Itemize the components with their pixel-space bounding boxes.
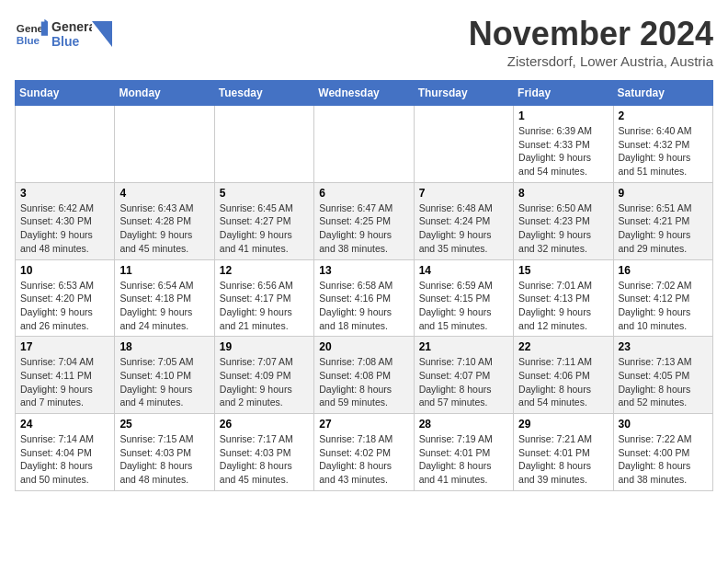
day-info: Sunrise: 7:15 AM Sunset: 4:03 PM Dayligh… — [119, 432, 209, 487]
calendar-cell: 12Sunrise: 6:56 AM Sunset: 4:17 PM Dayli… — [214, 259, 313, 337]
day-info: Sunrise: 6:43 AM Sunset: 4:28 PM Dayligh… — [119, 201, 209, 256]
day-number: 6 — [319, 187, 408, 200]
calendar-cell: 14Sunrise: 6:59 AM Sunset: 4:15 PM Dayli… — [414, 259, 513, 337]
logo-arrow-icon — [92, 21, 112, 47]
svg-text:General: General — [51, 19, 92, 34]
calendar-cell: 15Sunrise: 7:01 AM Sunset: 4:13 PM Dayli… — [514, 259, 613, 337]
day-number: 28 — [419, 418, 508, 431]
day-number: 10 — [20, 264, 109, 277]
calendar-cell: 29Sunrise: 7:21 AM Sunset: 4:01 PM Dayli… — [514, 414, 613, 491]
weekday-header-row: SundayMondayTuesdayWednesdayThursdayFrid… — [16, 81, 713, 106]
weekday-header-thursday: Thursday — [414, 81, 513, 106]
weekday-header-friday: Friday — [514, 81, 613, 106]
day-info: Sunrise: 6:40 AM Sunset: 4:32 PM Dayligh… — [619, 124, 708, 178]
day-number: 4 — [119, 187, 209, 200]
day-number: 22 — [518, 340, 608, 353]
logo: General Blue General Blue — [15, 15, 112, 53]
calendar-cell: 20Sunrise: 7:08 AM Sunset: 4:08 PM Dayli… — [314, 337, 414, 414]
calendar-week-row: 1Sunrise: 6:39 AM Sunset: 4:33 PM Daylig… — [16, 106, 713, 183]
calendar-cell: 3Sunrise: 6:42 AM Sunset: 4:30 PM Daylig… — [16, 182, 115, 259]
day-number: 19 — [220, 340, 309, 353]
day-info: Sunrise: 6:58 AM Sunset: 4:16 PM Dayligh… — [319, 279, 408, 333]
day-number: 7 — [419, 187, 508, 200]
day-info: Sunrise: 7:13 AM Sunset: 4:05 PM Dayligh… — [619, 355, 708, 409]
calendar-cell: 16Sunrise: 7:02 AM Sunset: 4:12 PM Dayli… — [613, 259, 712, 337]
day-number: 12 — [220, 264, 309, 277]
day-info: Sunrise: 6:42 AM Sunset: 4:30 PM Dayligh… — [20, 201, 109, 256]
calendar-cell: 2Sunrise: 6:40 AM Sunset: 4:32 PM Daylig… — [613, 106, 712, 183]
svg-text:Blue: Blue — [51, 34, 80, 49]
calendar-table: SundayMondayTuesdayWednesdayThursdayFrid… — [15, 80, 713, 491]
calendar-week-row: 3Sunrise: 6:42 AM Sunset: 4:30 PM Daylig… — [16, 182, 713, 259]
calendar-cell: 11Sunrise: 6:54 AM Sunset: 4:18 PM Dayli… — [115, 259, 214, 337]
day-info: Sunrise: 7:17 AM Sunset: 4:03 PM Dayligh… — [220, 432, 309, 487]
day-number: 23 — [619, 340, 708, 353]
calendar-cell — [16, 106, 115, 183]
calendar-cell: 26Sunrise: 7:17 AM Sunset: 4:03 PM Dayli… — [214, 414, 313, 491]
calendar-cell: 10Sunrise: 6:53 AM Sunset: 4:20 PM Dayli… — [16, 259, 115, 337]
calendar-cell: 24Sunrise: 7:14 AM Sunset: 4:04 PM Dayli… — [16, 414, 115, 491]
day-info: Sunrise: 6:50 AM Sunset: 4:23 PM Dayligh… — [518, 201, 608, 256]
day-info: Sunrise: 7:02 AM Sunset: 4:12 PM Dayligh… — [619, 279, 708, 333]
calendar-cell: 6Sunrise: 6:47 AM Sunset: 4:25 PM Daylig… — [314, 182, 414, 259]
day-info: Sunrise: 7:22 AM Sunset: 4:00 PM Dayligh… — [619, 432, 708, 487]
calendar-cell — [214, 106, 313, 183]
day-info: Sunrise: 7:11 AM Sunset: 4:06 PM Dayligh… — [518, 355, 608, 409]
day-info: Sunrise: 7:04 AM Sunset: 4:11 PM Dayligh… — [20, 355, 109, 409]
day-info: Sunrise: 6:45 AM Sunset: 4:27 PM Dayligh… — [220, 201, 309, 256]
calendar-cell: 28Sunrise: 7:19 AM Sunset: 4:01 PM Dayli… — [414, 414, 513, 491]
day-number: 13 — [319, 264, 408, 277]
calendar-cell — [115, 106, 214, 183]
calendar-cell: 17Sunrise: 7:04 AM Sunset: 4:11 PM Dayli… — [16, 337, 115, 414]
title-section: November 2024 Zistersdorf, Lower Austria… — [469, 15, 713, 69]
svg-text:Blue: Blue — [17, 34, 40, 46]
day-number: 1 — [518, 109, 608, 122]
day-number: 11 — [119, 264, 209, 277]
day-number: 9 — [619, 187, 708, 200]
calendar-cell: 21Sunrise: 7:10 AM Sunset: 4:07 PM Dayli… — [414, 337, 513, 414]
day-info: Sunrise: 6:59 AM Sunset: 4:15 PM Dayligh… — [419, 279, 508, 333]
day-info: Sunrise: 7:21 AM Sunset: 4:01 PM Dayligh… — [518, 432, 608, 487]
weekday-header-tuesday: Tuesday — [214, 81, 313, 106]
day-info: Sunrise: 6:39 AM Sunset: 4:33 PM Dayligh… — [518, 124, 608, 178]
weekday-header-monday: Monday — [115, 81, 214, 106]
weekday-header-wednesday: Wednesday — [314, 81, 414, 106]
calendar-cell: 30Sunrise: 7:22 AM Sunset: 4:00 PM Dayli… — [613, 414, 712, 491]
calendar-week-row: 10Sunrise: 6:53 AM Sunset: 4:20 PM Dayli… — [16, 259, 713, 337]
day-info: Sunrise: 7:07 AM Sunset: 4:09 PM Dayligh… — [220, 355, 309, 409]
day-info: Sunrise: 7:18 AM Sunset: 4:02 PM Dayligh… — [319, 432, 408, 487]
calendar-cell: 23Sunrise: 7:13 AM Sunset: 4:05 PM Dayli… — [613, 337, 712, 414]
calendar-cell: 22Sunrise: 7:11 AM Sunset: 4:06 PM Dayli… — [514, 337, 613, 414]
svg-marker-6 — [92, 21, 112, 47]
day-number: 8 — [518, 187, 608, 200]
calendar-week-row: 24Sunrise: 7:14 AM Sunset: 4:04 PM Dayli… — [16, 414, 713, 491]
day-number: 27 — [319, 418, 408, 431]
day-number: 20 — [319, 340, 408, 353]
calendar-cell: 5Sunrise: 6:45 AM Sunset: 4:27 PM Daylig… — [214, 182, 313, 259]
day-info: Sunrise: 6:47 AM Sunset: 4:25 PM Dayligh… — [319, 201, 408, 256]
day-number: 30 — [619, 418, 708, 431]
day-number: 17 — [20, 340, 109, 353]
day-info: Sunrise: 6:53 AM Sunset: 4:20 PM Dayligh… — [20, 279, 109, 333]
day-info: Sunrise: 7:19 AM Sunset: 4:01 PM Dayligh… — [419, 432, 508, 487]
day-info: Sunrise: 7:10 AM Sunset: 4:07 PM Dayligh… — [419, 355, 508, 409]
day-number: 24 — [20, 418, 109, 431]
day-number: 3 — [20, 187, 109, 200]
day-info: Sunrise: 7:01 AM Sunset: 4:13 PM Dayligh… — [518, 279, 608, 333]
calendar-cell: 8Sunrise: 6:50 AM Sunset: 4:23 PM Daylig… — [514, 182, 613, 259]
day-number: 14 — [419, 264, 508, 277]
calendar-cell: 19Sunrise: 7:07 AM Sunset: 4:09 PM Dayli… — [214, 337, 313, 414]
day-info: Sunrise: 6:51 AM Sunset: 4:21 PM Dayligh… — [619, 201, 708, 256]
calendar-cell — [314, 106, 414, 183]
day-info: Sunrise: 6:56 AM Sunset: 4:17 PM Dayligh… — [220, 279, 309, 333]
day-info: Sunrise: 7:14 AM Sunset: 4:04 PM Dayligh… — [20, 432, 109, 487]
day-number: 16 — [619, 264, 708, 277]
day-number: 26 — [220, 418, 309, 431]
calendar-cell: 1Sunrise: 6:39 AM Sunset: 4:33 PM Daylig… — [514, 106, 613, 183]
calendar-cell: 13Sunrise: 6:58 AM Sunset: 4:16 PM Dayli… — [314, 259, 414, 337]
calendar-cell — [414, 106, 513, 183]
day-number: 15 — [518, 264, 608, 277]
day-number: 18 — [119, 340, 209, 353]
calendar-cell: 27Sunrise: 7:18 AM Sunset: 4:02 PM Dayli… — [314, 414, 414, 491]
calendar-cell: 18Sunrise: 7:05 AM Sunset: 4:10 PM Dayli… — [115, 337, 214, 414]
